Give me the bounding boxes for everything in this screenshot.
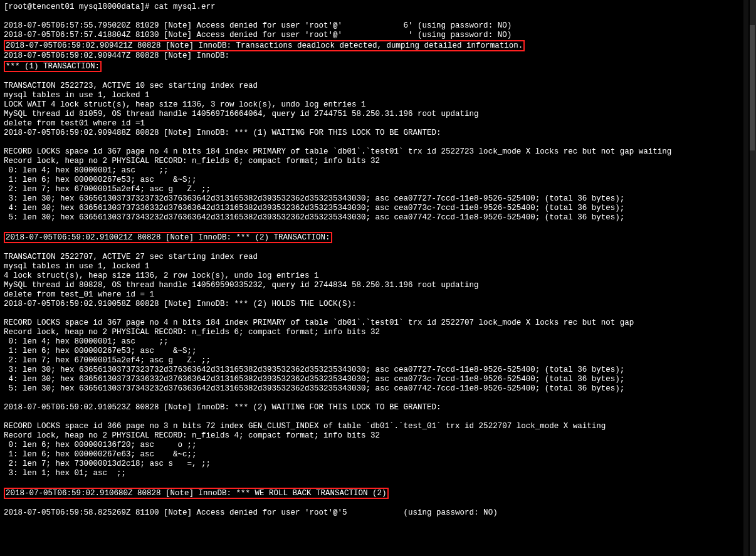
log-line: MySQL thread id 81059, OS thread handle … xyxy=(4,110,479,118)
highlight-rollback: 2018-07-05T06:59:02.910680Z 80828 [Note]… xyxy=(4,488,389,499)
log-line: 4: len 30; hex 636561303737336332d376363… xyxy=(4,204,624,212)
log-line: 2018-07-05T06:59:02.909488Z 80828 [Note]… xyxy=(4,129,441,137)
log-line: 0: len 6; hex 000000136f20; asc o ;; xyxy=(4,441,197,449)
log-line: delete from test01 where id =1 xyxy=(4,119,145,128)
highlight-transaction-2: 2018-07-05T06:59:02.910021Z 80828 [Note]… xyxy=(4,232,332,243)
log-line: delete from test_01 where id = 1 xyxy=(4,290,154,299)
log-line: Record lock, heap no 2 PHYSICAL RECORD: … xyxy=(4,431,380,440)
highlight-deadlock-detected: 2018-07-05T06:59:02.909421Z 80828 [Note]… xyxy=(4,40,525,51)
log-line: 0: len 4; hex 80000001; asc ;; xyxy=(4,166,169,175)
log-line: 2: len 7; hex 670000015a2ef4; asc g Z. ;… xyxy=(4,356,211,365)
log-line: 0: len 4; hex 80000001; asc ;; xyxy=(4,337,169,346)
log-line: 3: len 30; hex 636561303737323732d376363… xyxy=(4,365,624,374)
log-line: 3: len 1; hex 01; asc ;; xyxy=(4,469,126,478)
log-line: MySQL thread id 80828, OS thread handle … xyxy=(4,281,479,290)
log-line: 5: len 30; hex 636561303737343232d376363… xyxy=(4,213,624,222)
log-line: 2018-07-05T06:59:02.910058Z 80828 [Note]… xyxy=(4,300,357,308)
log-line: mysql tables in use 1, locked 1 xyxy=(4,91,150,100)
log-line: RECORD LOCKS space id 366 page no 3 n bi… xyxy=(4,422,606,431)
log-line: TRANSACTION 2522707, ACTIVE 27 sec start… xyxy=(4,253,258,261)
log-line: 2018-07-05T06:59:02.910523Z 80828 [Note]… xyxy=(4,403,441,412)
log-line: mysql tables in use 1, locked 1 xyxy=(4,262,150,271)
log-line: 2018-07-05T06:59:02.909447Z 80828 [Note]… xyxy=(4,51,229,60)
log-line: TRANSACTION 2522723, ACTIVE 10 sec start… xyxy=(4,81,258,90)
log-line: 2018-07-05T06:57:55.795020Z 81029 [Note]… xyxy=(4,21,512,30)
log-line: 2018-07-05T06:57:57.418804Z 81030 [Note]… xyxy=(4,31,512,39)
scrollbar-thumb[interactable] xyxy=(750,25,755,150)
log-line: 1: len 6; hex 000000267e53; asc &~S;; xyxy=(4,347,197,355)
scrollbar-vertical[interactable] xyxy=(750,0,756,556)
log-line: Record lock, heap no 2 PHYSICAL RECORD: … xyxy=(4,328,380,337)
highlight-transaction-1: *** (1) TRANSACTION: xyxy=(4,61,102,72)
log-line: Record lock, heap no 2 PHYSICAL RECORD: … xyxy=(4,157,380,165)
log-line: 2: len 7; hex 730000013d2c18; asc s =, ;… xyxy=(4,459,211,468)
log-line: 1: len 6; hex 000000267e53; asc &~S;; xyxy=(4,176,197,184)
log-line: RECORD LOCKS space id 367 page no 4 n bi… xyxy=(4,318,634,327)
log-line: 4: len 30; hex 636561303737336332d376363… xyxy=(4,375,624,384)
log-line: 3: len 30; hex 636561303737323732d376363… xyxy=(4,194,624,203)
log-line: RECORD LOCKS space id 367 page no 4 n bi… xyxy=(4,147,671,156)
log-line: 4 lock struct(s), heap size 1136, 2 row … xyxy=(4,271,319,280)
log-line: LOCK WAIT 4 lock struct(s), heap size 11… xyxy=(4,100,366,109)
log-line: 5: len 30; hex 636561303737343232d376363… xyxy=(4,384,624,393)
terminal-output[interactable]: [root@tencent01 mysql8000data]# cat mysq… xyxy=(0,0,748,556)
prompt-line: [root@tencent01 mysql8000data]# cat mysq… xyxy=(4,3,216,11)
log-line: 2018-07-05T06:59:58.825269Z 81100 [Note]… xyxy=(4,508,498,517)
log-line: 2: len 7; hex 670000015a2ef4; asc g Z. ;… xyxy=(4,185,211,194)
log-line: 1: len 6; hex 000000267e63; asc &~c;; xyxy=(4,450,197,459)
